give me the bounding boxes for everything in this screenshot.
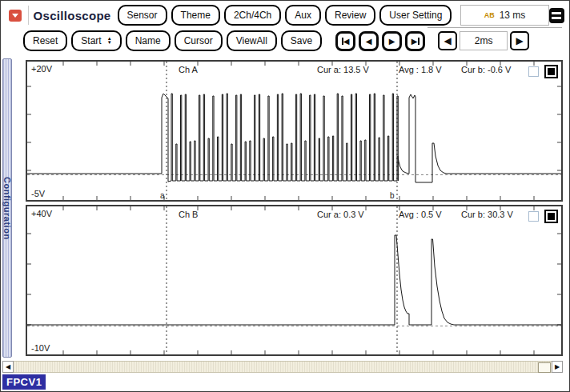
- channel-a-color-button[interactable]: [544, 65, 558, 78]
- user-setting-button[interactable]: User Setting: [379, 5, 452, 26]
- sensor-button[interactable]: Sensor: [118, 5, 167, 26]
- timebase-value[interactable]: 2ms: [460, 31, 508, 50]
- playback-group: ◀ ◀ ▶ ▶: [335, 31, 425, 51]
- timebase-group: ◀ 2ms ▶: [438, 31, 529, 50]
- reset-button[interactable]: Reset: [23, 30, 67, 51]
- name-button[interactable]: Name: [126, 30, 171, 51]
- divider: [28, 6, 29, 25]
- cursor-b-label: b: [390, 191, 395, 200]
- ab-cursor-icon: AB: [484, 12, 495, 18]
- step-back-button[interactable]: ◀: [359, 31, 379, 51]
- aux-button[interactable]: Aux: [285, 5, 321, 26]
- scroll-right-button[interactable]: ▶: [552, 361, 563, 373]
- channel-b-waveform: [27, 206, 561, 354]
- configuration-tab[interactable]: Configuration: [2, 58, 12, 358]
- menu-icon[interactable]: [549, 8, 564, 23]
- channel-a-vmin-label: -5V: [31, 189, 45, 198]
- channel-b-cursor-a-readout: Cur a: 0.3 V: [317, 210, 364, 219]
- theme-button[interactable]: Theme: [171, 5, 220, 26]
- control-toolbar: Reset Start ▲▼ Name Cursor ViewAll Save …: [23, 30, 564, 52]
- timebase-decrease-button[interactable]: ◀: [438, 31, 457, 50]
- start-spinner-icon[interactable]: ▲▼: [107, 37, 112, 45]
- viewall-button[interactable]: ViewAll: [227, 30, 277, 51]
- scrollbar-thumb[interactable]: [538, 362, 551, 373]
- channel-mode-button[interactable]: 2Ch/4Ch: [224, 5, 281, 26]
- skip-start-button[interactable]: ◀: [335, 31, 355, 51]
- channel-b-vmax-label: +40V: [31, 209, 52, 218]
- channel-a-vmax-label: +20V: [31, 64, 52, 74]
- cursor-button[interactable]: Cursor: [175, 30, 223, 51]
- ab-delta-value: 13 ms: [500, 10, 526, 21]
- title-toolbar: Oscilloscope Sensor Theme 2Ch/4Ch Aux Re…: [9, 4, 564, 26]
- horizontal-scrollbar: ◀ ▶: [2, 361, 563, 373]
- app-dropdown-icon[interactable]: [9, 10, 22, 22]
- cursor-a-label: a: [160, 191, 165, 200]
- channel-b-avg-readout: Avg : 0.5 V: [399, 210, 442, 219]
- channel-a-plot[interactable]: +20V -5V Ch A Cur a: 13.5 V Avg : 1.8 V …: [26, 60, 563, 202]
- configuration-tab-label: Configuration: [2, 177, 12, 240]
- channel-a-cursor-a-readout: Cur a: 13.5 V: [317, 65, 369, 74]
- scroll-left-button[interactable]: ◀: [2, 361, 14, 373]
- step-forward-button[interactable]: ▶: [382, 31, 402, 51]
- timebase-increase-button[interactable]: ▶: [510, 31, 529, 50]
- header-divider: [428, 27, 562, 28]
- channel-b-vmin-label: -10V: [31, 343, 50, 353]
- channel-a-checkbox[interactable]: [528, 66, 539, 77]
- channel-b-checkbox[interactable]: [528, 211, 539, 222]
- skip-end-button[interactable]: ▶: [405, 31, 425, 51]
- start-button[interactable]: Start ▲▼: [71, 30, 121, 51]
- save-button[interactable]: Save: [281, 30, 322, 51]
- ab-delta-readout: AB 13 ms: [460, 5, 548, 26]
- channel-a-cursor-b-readout: Cur b: -0.6 V: [461, 65, 511, 74]
- channel-b-plot[interactable]: +40V -10V Ch B Cur a: 0.3 V Avg : 0.5 V …: [26, 205, 563, 356]
- scrollbar-track[interactable]: [14, 361, 552, 373]
- channel-b-cursor-b-readout: Cur b: 30.3 V: [461, 210, 513, 219]
- app-title: Oscilloscope: [34, 9, 111, 22]
- oscilloscope-window: Oscilloscope Sensor Theme 2Ch/4Ch Aux Re…: [0, 0, 570, 392]
- dataset-name-tag[interactable]: FPCV1: [2, 374, 46, 390]
- channel-b-name: Ch B: [179, 210, 198, 219]
- review-button[interactable]: Review: [325, 5, 375, 26]
- channel-a-waveform: [27, 62, 561, 200]
- channel-b-color-button[interactable]: [544, 210, 558, 223]
- channel-a-name: Ch A: [179, 65, 198, 74]
- channel-a-avg-readout: Avg : 1.8 V: [399, 65, 442, 74]
